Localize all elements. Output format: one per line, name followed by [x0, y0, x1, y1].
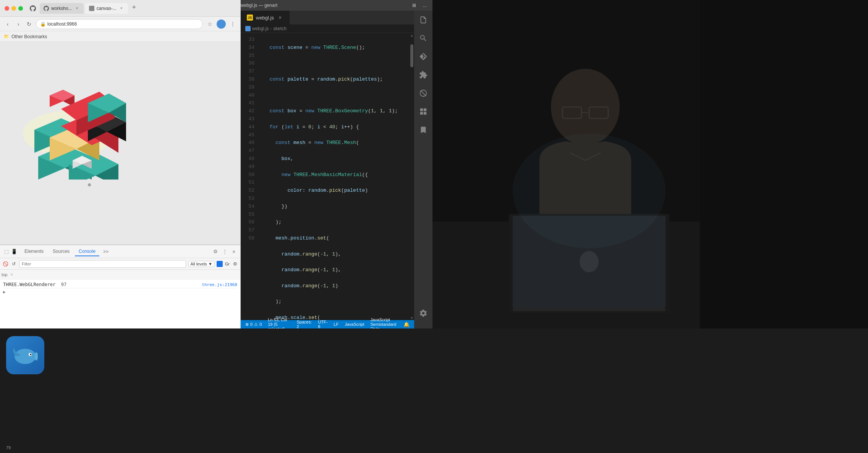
browser-nav: ‹ › ↻ 🔒 localhost:9966 ☆ ⋮ — [0, 17, 240, 31]
profile-icon[interactable] — [217, 19, 226, 29]
console-settings-icon[interactable]: ⚙ — [232, 261, 238, 267]
activity-extensions-icon[interactable] — [414, 66, 432, 84]
vscode-tab-webgljs[interactable]: JS webgl.js × — [241, 11, 290, 24]
level-dropdown-arrow: ▼ — [208, 262, 212, 266]
bookmark-icon[interactable]: ☆ — [206, 20, 214, 28]
vscode-editor[interactable]: 33 34 35 36 37 38 39 40 41 42 43 44 — [241, 33, 414, 320]
style-indicator: JavaScript Semistandard Style — [371, 317, 397, 328]
code-line-36 — [261, 92, 410, 100]
devtools-icons-right: ⚙ ⋮ × — [212, 248, 237, 255]
menu-button[interactable]: ⋮ — [229, 20, 236, 28]
console-context-bar: top ▼ — [0, 270, 240, 280]
dock-fish-icon[interactable] — [6, 336, 44, 374]
vscode-breadcrumb: webgl.js › sketch — [241, 24, 414, 33]
browser-titlebar: worksho... × canvas-... × + — [0, 0, 240, 17]
activity-remote-icon[interactable] — [414, 102, 432, 121]
bookmarks-folder-icon: 📁 — [4, 34, 9, 39]
activity-bottom — [414, 304, 432, 325]
activity-search-icon[interactable] — [414, 29, 432, 47]
svg-point-51 — [30, 354, 31, 355]
url-bar[interactable]: 🔒 localhost:9966 — [36, 19, 203, 29]
cursor-position: Ln 53, Col 19 (5 selected) — [268, 317, 290, 328]
minimize-button[interactable] — [11, 6, 16, 11]
vscode-tab-close[interactable]: × — [277, 15, 283, 21]
console-level-select[interactable]: All levels ▼ — [188, 261, 214, 267]
maximize-button[interactable] — [18, 6, 23, 11]
error-icon: ⊗ — [245, 322, 249, 327]
code-line-43: }) — [261, 203, 410, 211]
console-log-source[interactable]: three.js:21960 — [202, 282, 237, 287]
other-bookmarks-label: Other Bookmarks — [11, 34, 47, 39]
console-log-entry-1: THREE.WebGLRenderer 97 three.js:21960 — [3, 281, 237, 288]
more-actions-icon[interactable]: … — [422, 2, 428, 8]
devtools-panel: ⬚ 📱 Elements Sources Console >> ⚙ ⋮ × 🚫 — [0, 244, 240, 328]
tab-1-close[interactable]: × — [74, 6, 80, 11]
back-button[interactable]: ‹ — [4, 20, 11, 28]
cursor-indicator — [88, 183, 91, 186]
notification-bell-icon[interactable]: 🔔 — [403, 322, 410, 327]
bottom-left-area: 79 — [0, 328, 241, 453]
device-icon[interactable]: 📱 — [11, 248, 18, 255]
traffic-lights — [5, 6, 23, 11]
code-line-42: color: random.pick(palette) — [261, 187, 410, 195]
tab-2-close[interactable]: × — [119, 6, 124, 11]
activity-files-icon[interactable] — [414, 11, 432, 29]
dock-item-number: 79 — [6, 445, 11, 450]
gr-label: Gr — [225, 262, 230, 266]
vscode-title-text: webgl.js — genart — [241, 3, 277, 8]
code-line-37: const box = new THREE.BoxGeometry(1, 1, … — [261, 107, 410, 115]
vscode-statusbar: ⊗ 0 ⚠ 0 Ln 53, Col 19 (5 selected) Space… — [241, 320, 414, 328]
console-reload-icon[interactable]: ↺ — [11, 261, 17, 267]
svg-rect-32 — [424, 108, 426, 111]
console-expand-arrow[interactable]: ▶ — [3, 290, 6, 294]
language-indicator: JavaScript — [345, 322, 364, 327]
line-numbers: 33 34 35 36 37 38 39 40 41 42 43 44 — [241, 33, 261, 320]
bottom-area: 79 — [0, 328, 868, 453]
devtools-close-button[interactable]: × — [230, 248, 237, 255]
canvas-favicon — [89, 6, 94, 11]
code-line-44: ); — [261, 218, 410, 226]
forward-button[interactable]: › — [15, 20, 22, 28]
scroll-up-button[interactable]: ▲ — [410, 33, 414, 37]
console-filter-input[interactable] — [19, 260, 186, 268]
new-tab-button[interactable]: + — [130, 3, 139, 12]
settings-icon[interactable]: ⚙ — [212, 248, 219, 255]
vertical-dots-icon[interactable]: ⋮ — [221, 248, 228, 255]
code-line-39: const mesh = new THREE.Mesh( — [261, 139, 410, 147]
browser-tab-2[interactable]: canvas-... × — [85, 3, 128, 14]
inspect-icon[interactable]: ⬚ — [3, 248, 10, 255]
bottom-center-area — [241, 328, 807, 453]
github-icon — [29, 5, 37, 12]
devtools-more[interactable]: >> — [101, 248, 111, 255]
browser-tabs: worksho... × canvas-... × + — [40, 3, 236, 14]
all-levels-label: All levels — [190, 262, 207, 266]
devtools-tab-sources[interactable]: Sources — [49, 247, 73, 256]
devtools-tab-elements[interactable]: Elements — [21, 247, 47, 256]
browser-tab-1[interactable]: worksho... × — [40, 3, 84, 14]
breadcrumb-section: sketch — [273, 26, 287, 31]
context-dropdown-icon[interactable]: ▼ — [10, 272, 14, 277]
scroll-down-button[interactable]: ▼ — [410, 315, 414, 320]
devtools-toolbar: ⬚ 📱 Elements Sources Console >> ⚙ ⋮ × — [0, 245, 240, 258]
lock-icon: 🔒 — [40, 21, 46, 27]
svg-line-30 — [421, 91, 426, 96]
js-file-icon: JS — [247, 15, 253, 21]
encoding-indicator: UTF-8 — [318, 320, 327, 328]
console-filter-checkbox[interactable] — [217, 261, 223, 267]
devtools-tab-console[interactable]: Console — [75, 247, 99, 256]
close-button[interactable] — [5, 6, 9, 11]
activity-git-icon[interactable] — [414, 47, 432, 66]
breadcrumb-separator: › — [270, 26, 272, 31]
svg-point-49 — [15, 349, 36, 364]
clear-console-icon[interactable]: 🚫 — [2, 261, 8, 267]
reload-button[interactable]: ↻ — [25, 20, 33, 28]
vscode-scrollbar[interactable]: ▲ ▼ — [410, 33, 414, 320]
activity-nojs-icon[interactable] — [414, 84, 432, 102]
toggle-sidebar-icon[interactable]: ⊞ — [411, 2, 417, 8]
code-area[interactable]: const scene = new THREE.Scene(); const p… — [261, 33, 410, 320]
activity-gear-icon[interactable] — [414, 304, 432, 322]
scrollbar-thumb[interactable] — [410, 44, 413, 67]
svg-rect-31 — [420, 108, 423, 111]
camera-video — [432, 0, 868, 328]
activity-bookmark-icon[interactable] — [414, 121, 432, 139]
